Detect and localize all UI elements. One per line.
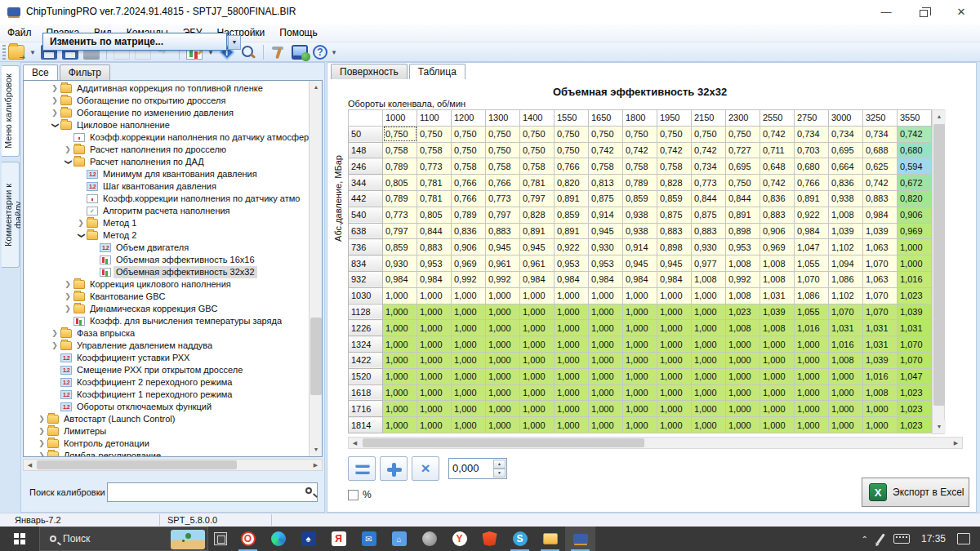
tree-item[interactable]: ❯Метод 2 [24,229,308,242]
minimize-button[interactable]: — [867,0,905,24]
table-cell[interactable]: 1,000 [726,352,760,368]
table-cell[interactable]: 1,000 [657,417,692,433]
table-cell[interactable]: 0,758 [589,158,623,175]
tree-item[interactable]: ❯Фаза впрыска [24,327,308,340]
table-cell[interactable]: 1,000 [898,256,932,272]
table-cell[interactable]: 0,891 [555,190,589,207]
table-cell[interactable]: 0,766 [452,175,486,191]
expand-arrow-icon[interactable]: ❯ [63,278,73,291]
table-cell[interactable]: 0,938 [829,190,863,207]
tree-item[interactable]: ❯Лимитеры [24,425,308,438]
tree-item[interactable]: ❯Метод 1 [24,217,308,229]
table-cell[interactable]: 1,039 [863,352,898,368]
table-cell[interactable]: 0,766 [486,175,520,191]
scrollbar-thumb[interactable] [310,318,322,395]
table-cell[interactable]: 0,828 [657,175,692,191]
table-cell[interactable]: 1,000 [692,352,726,368]
tree-item[interactable]: ✓Алгоритм расчета наполнения [24,205,308,217]
table-cell[interactable]: 0,680 [898,142,932,158]
table-cell[interactable]: 0,945 [657,256,692,272]
tree-item[interactable]: 1.2Коэффициент уставки РХХ [24,352,308,364]
menu-Файл[interactable]: Файл [0,24,39,41]
table-cell[interactable]: 1,000 [623,417,657,433]
table-cell[interactable]: 1,000 [623,336,657,353]
table-cell[interactable]: 1,000 [383,368,417,384]
table-cell[interactable]: 0,797 [383,223,417,239]
keyboard-icon[interactable] [893,534,910,544]
tree-item[interactable]: 1.2Обороты отключаемых функций [24,401,308,413]
table-cell[interactable]: 0,883 [417,239,452,256]
tree-item[interactable]: ❯Квантование GBC [24,291,308,303]
table-cell[interactable]: 0,625 [863,158,898,175]
table-cell[interactable]: 1,000 [726,401,760,417]
table-cell[interactable]: 1,000 [795,417,829,433]
table-cell[interactable]: 1,000 [623,401,657,417]
clock[interactable]: 17:35 [921,533,946,544]
expand-arrow-icon[interactable]: ❯ [63,291,73,303]
table-cell[interactable]: 0,750 [486,126,520,142]
table-cell[interactable]: 1,031 [863,336,898,353]
table-cell[interactable]: 1,000 [589,417,623,433]
table-cell[interactable]: 1,000 [692,304,726,320]
table-cell[interactable]: 1,000 [486,352,520,368]
table-cell[interactable]: 0,734 [829,126,863,142]
table-cell[interactable]: 1,000 [760,401,795,417]
table-cell[interactable]: 0,789 [383,158,417,175]
row-header[interactable]: 50 [349,126,383,142]
column-header[interactable]: 3550 [898,110,932,127]
table-cell[interactable]: 1,000 [520,304,555,320]
table-cell[interactable]: 1,000 [726,384,760,401]
row-header[interactable]: 344 [349,175,383,191]
table-cell[interactable]: 0,797 [520,190,555,207]
table-cell[interactable]: 0,773 [417,158,452,175]
table-cell[interactable]: 0,836 [829,175,863,191]
table-cell[interactable]: 1,023 [898,384,932,401]
table-cell[interactable]: 1,000 [417,336,452,353]
table-cell[interactable]: 1,008 [760,320,795,336]
table-cell[interactable]: 0,859 [383,239,417,256]
table-cell[interactable]: 1,000 [452,384,486,401]
table-cell[interactable]: 1,000 [383,336,417,353]
table-cell[interactable]: 1,000 [795,384,829,401]
tree-item[interactable]: Коэфф.коррекции наполнения по датчику ат… [24,193,308,205]
help-icon[interactable]: ? [313,45,327,60]
table-cell[interactable]: 1,000 [760,336,795,353]
taskbar-chiptuningpro-icon[interactable] [565,527,595,551]
column-header[interactable]: 2150 [692,110,726,127]
table-cell[interactable]: 0,961 [486,256,520,272]
table-cell[interactable]: 1,000 [383,384,417,401]
table-cell[interactable]: 1,070 [863,304,898,320]
table-cell[interactable]: 0,984 [623,271,657,287]
scroll-up-icon[interactable]: ▲ [310,81,323,94]
table-cell[interactable]: 1,000 [486,304,520,320]
table-cell[interactable]: 1,000 [383,320,417,336]
table-cell[interactable]: 0,953 [417,256,452,272]
table-cell[interactable]: 1,000 [452,417,486,433]
pen-icon[interactable] [876,533,884,544]
table-cell[interactable]: 1,000 [589,287,623,304]
table-cell[interactable]: 0,945 [623,256,657,272]
collapse-arrow-icon[interactable]: ❯ [62,158,74,167]
table-cell[interactable]: 1,086 [795,287,829,304]
table-cell[interactable]: 0,984 [383,271,417,287]
collapse-arrow-icon[interactable]: ❯ [75,231,87,241]
table-cell[interactable]: 1,000 [383,287,417,304]
table-cell[interactable]: 1,008 [726,287,760,304]
table-cell[interactable]: 0,844 [692,190,726,207]
tree-item[interactable]: 1.2Шаг квантования давления [24,180,308,193]
column-header[interactable]: 2300 [726,110,760,127]
table-cell[interactable]: 0,750 [623,126,657,142]
online-icon[interactable] [292,45,308,60]
set-equal-button[interactable] [348,456,376,481]
table-cell[interactable]: 1,000 [589,368,623,384]
expand-arrow-icon[interactable]: ❯ [63,303,73,315]
expand-arrow-icon[interactable]: ❯ [37,438,47,450]
table-cell[interactable]: 0,742 [898,126,932,142]
table-cell[interactable]: 1,063 [863,271,898,287]
table-cell[interactable]: 0,906 [452,239,486,256]
tree-item[interactable]: 1.2Коэффициент 2 переходного режима [24,376,308,389]
taskbar-cortana-icon[interactable] [414,527,444,551]
table-cell[interactable]: 1,000 [520,368,555,384]
table-cell[interactable]: 0,828 [520,207,555,223]
table-cell[interactable]: 0,836 [760,190,795,207]
